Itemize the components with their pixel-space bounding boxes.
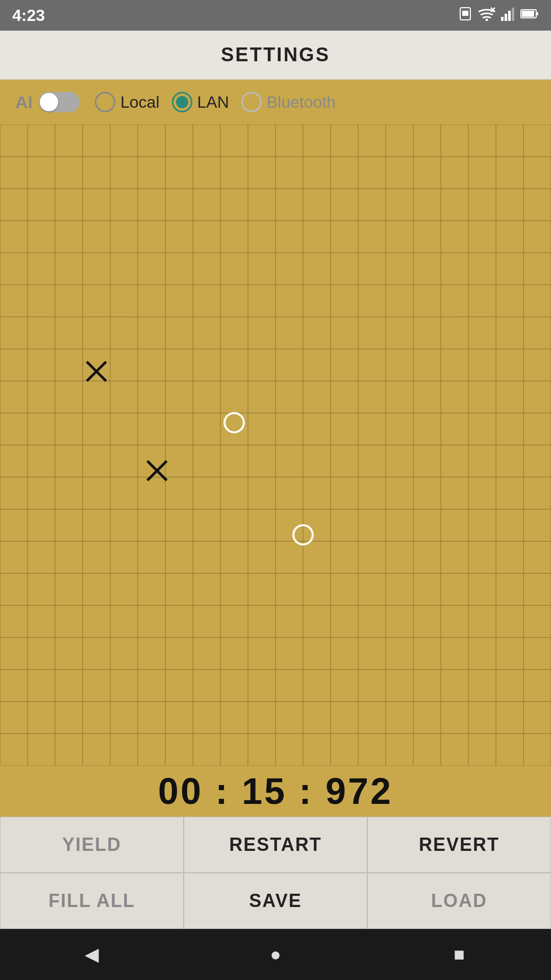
nav-recent-button[interactable]: ■ — [444, 939, 474, 970]
svg-rect-5 — [501, 17, 504, 21]
load-button[interactable]: LOAD — [367, 873, 551, 929]
radio-local[interactable]: Local — [95, 92, 160, 112]
game-board[interactable] — [0, 125, 551, 766]
status-icons — [458, 7, 539, 24]
signal-icon — [501, 7, 515, 24]
yield-button[interactable]: YIELD — [0, 817, 184, 873]
controls-bar: AI Local LAN Bluetooth — [0, 80, 551, 125]
button-row-1: YIELD RESTART REVERT — [0, 817, 551, 873]
settings-header: SETTINGS — [0, 31, 551, 80]
svg-rect-11 — [537, 12, 538, 15]
svg-point-2 — [486, 19, 488, 21]
svg-rect-6 — [505, 14, 507, 21]
radio-circle-lan — [172, 92, 192, 112]
radio-circle-bluetooth — [241, 92, 262, 112]
save-button[interactable]: SAVE — [184, 873, 367, 929]
timer-display: 00 : 15 : 972 — [158, 770, 393, 812]
sim-icon — [458, 7, 472, 24]
radio-label-lan: LAN — [197, 93, 229, 112]
status-time: 4:23 — [12, 6, 45, 25]
svg-rect-1 — [462, 11, 468, 16]
radio-group: Local LAN Bluetooth — [95, 92, 336, 112]
ai-section: AI — [15, 92, 80, 112]
radio-bluetooth[interactable]: Bluetooth — [241, 92, 336, 112]
svg-rect-10 — [522, 11, 534, 17]
radio-label-bluetooth: Bluetooth — [267, 93, 336, 112]
ai-label: AI — [15, 92, 33, 112]
settings-title: SETTINGS — [221, 44, 330, 66]
toggle-knob — [40, 93, 58, 111]
revert-button[interactable]: REVERT — [367, 817, 551, 873]
timer-area: 00 : 15 : 972 — [0, 766, 551, 817]
board-area[interactable] — [0, 125, 551, 766]
nav-bar: ◀ ● ■ — [0, 929, 551, 980]
nav-home-button[interactable]: ● — [260, 939, 291, 970]
wifi-icon — [478, 7, 496, 24]
ai-toggle[interactable] — [39, 92, 80, 112]
fill-all-button[interactable]: FILL ALL — [0, 873, 184, 929]
nav-back-button[interactable]: ◀ — [77, 939, 107, 970]
restart-button[interactable]: RESTART — [184, 817, 367, 873]
svg-rect-8 — [512, 8, 514, 21]
radio-circle-local — [95, 92, 115, 112]
status-bar: 4:23 — [0, 0, 551, 31]
button-row-2: FILL ALL SAVE LOAD — [0, 873, 551, 929]
radio-lan[interactable]: LAN — [172, 92, 229, 112]
radio-label-local: Local — [120, 93, 160, 112]
battery-icon — [520, 8, 539, 22]
svg-rect-7 — [508, 11, 511, 21]
